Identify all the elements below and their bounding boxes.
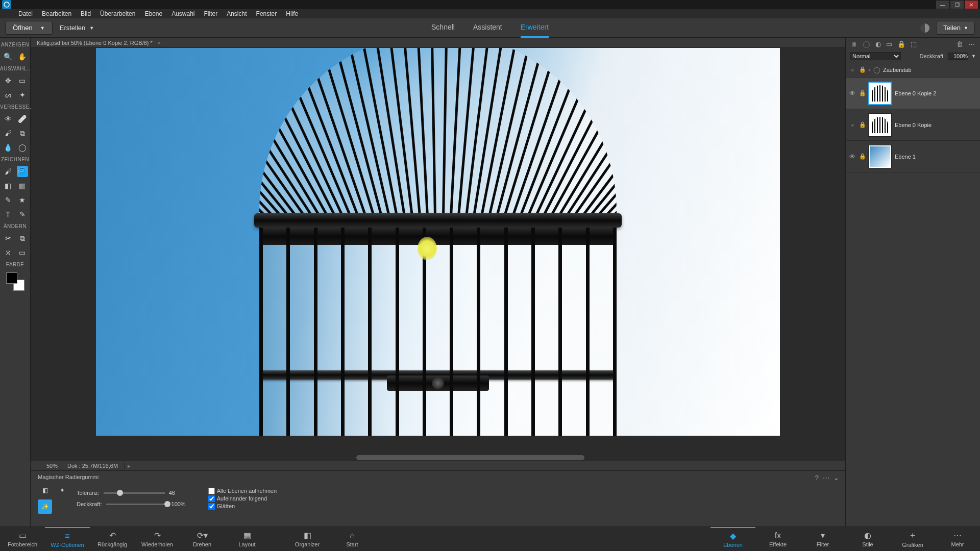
tool-marquee[interactable]: ▭ — [17, 75, 28, 86]
menu-filter[interactable]: Filter — [204, 10, 218, 17]
tool-smart-brush[interactable]: 🖌 — [3, 128, 14, 139]
lock-icon[interactable]: 🔒 — [859, 66, 865, 73]
lock-icon[interactable]: 🔒 — [859, 90, 865, 96]
tool-straighten[interactable]: ⤮ — [3, 247, 14, 258]
layer-group-icon[interactable]: ◯ — [863, 40, 870, 48]
menu-ansicht[interactable]: Ansicht — [227, 10, 247, 17]
visibility-toggle[interactable]: 👁 — [849, 153, 856, 160]
tool-move[interactable]: ✥ — [3, 75, 14, 86]
eraser-mode-magic[interactable]: ✨ — [38, 499, 52, 514]
layer-thumbnail[interactable] — [868, 113, 892, 137]
layer-row-zauberstab[interactable]: ● 🔒 › ◯ Zauberstab — [846, 62, 980, 78]
lock-icon[interactable]: 🔒 — [859, 121, 865, 128]
foreground-color[interactable] — [6, 272, 17, 284]
bb-rotate[interactable]: ⟳▾Drehen — [180, 527, 225, 552]
tool-recompose[interactable]: ⧉ — [17, 233, 28, 244]
check-antialias-box[interactable] — [208, 503, 215, 510]
layer-row-kopie[interactable]: ● 🔒 Ebene 0 Kopie — [846, 109, 980, 141]
tab-erweitert[interactable]: Erweitert — [521, 18, 549, 38]
lock-icon[interactable]: 🔒 — [859, 153, 865, 160]
bb-start[interactable]: ⌂Start — [330, 527, 375, 552]
lock-layer-icon[interactable]: 🔒 — [897, 40, 905, 48]
bb-wz-optionen[interactable]: ≡WZ-Optionen — [45, 527, 90, 552]
window-close[interactable]: ✕ — [965, 1, 978, 9]
tool-crop[interactable]: ✂ — [3, 233, 14, 244]
tool-shape[interactable]: ★ — [17, 194, 28, 206]
tool-color-picker[interactable]: ✎ — [17, 209, 28, 220]
zoom-level[interactable]: 50% — [31, 463, 61, 469]
adjustment-layer-icon[interactable]: ◐ — [875, 40, 881, 48]
tool-redeye[interactable]: 👁 — [3, 113, 14, 124]
eraser-mode-background[interactable]: ✦ — [55, 483, 69, 497]
tool-magic-wand[interactable]: ✦ — [17, 89, 28, 101]
menu-ueberarbeiten[interactable]: Überarbeiten — [100, 10, 135, 17]
canvas[interactable] — [96, 48, 780, 436]
layer-row-ebene1[interactable]: 👁 🔒 Ebene 1 — [846, 141, 980, 172]
tool-zoom[interactable]: 🔍 — [3, 51, 14, 62]
layer-thumbnail[interactable] — [868, 145, 892, 168]
check-all-layers[interactable]: Alle Ebenen aufnehmen — [208, 488, 277, 494]
bb-stile[interactable]: ◐Stile — [845, 527, 890, 552]
tool-paint-bucket[interactable]: 🪣 — [17, 166, 28, 177]
panel-more-icon[interactable]: ⋯ — [968, 40, 975, 48]
tool-content-move[interactable]: ▭ — [17, 247, 28, 258]
tool-hand[interactable]: ✋ — [17, 51, 28, 62]
visibility-toggle[interactable]: ● — [849, 66, 856, 73]
bb-fotobereich[interactable]: ▭Fotobereich — [0, 527, 45, 552]
document-tab[interactable]: Käfig.psd bei 50% (Ebene 0 Kopie 2, RGB/… — [31, 38, 845, 48]
tool-lasso[interactable]: ᔕ — [3, 89, 14, 101]
check-contiguous-box[interactable] — [208, 495, 215, 502]
tool-sponge[interactable]: ◯ — [17, 142, 28, 153]
tool-clone[interactable]: ⧉ — [17, 128, 28, 139]
link-layers-icon[interactable]: ⬚ — [911, 40, 917, 48]
horizontal-scrollbar[interactable] — [31, 454, 845, 461]
delete-layer-icon[interactable]: 🗑 — [957, 40, 963, 48]
layer-mask-icon[interactable]: ▭ — [886, 40, 892, 48]
bb-mehr[interactable]: ⋯Mehr — [935, 527, 980, 552]
menu-ebene[interactable]: Ebene — [144, 10, 162, 17]
status-expand-icon[interactable]: ▸ — [125, 463, 134, 469]
bb-organizer[interactable]: ◧Organizer — [285, 527, 330, 552]
color-swatch[interactable] — [6, 272, 24, 291]
bb-filter[interactable]: ▾Filter — [800, 527, 845, 552]
tool-brush[interactable]: 🖌 — [3, 166, 14, 177]
tolerance-slider[interactable] — [104, 492, 165, 494]
tab-assistent[interactable]: Assistent — [473, 18, 502, 38]
open-button[interactable]: Öffnen ▼ — [5, 21, 53, 35]
share-button[interactable]: Teilen ▼ — [937, 21, 975, 35]
bb-effekte[interactable]: fxEffekte — [755, 527, 800, 552]
tool-pencil[interactable]: ✎ — [3, 194, 14, 206]
bb-undo[interactable]: ↶Rückgängig — [90, 527, 135, 552]
check-antialias[interactable]: Glätten — [208, 503, 277, 510]
menu-bearbeiten[interactable]: Bearbeiten — [42, 10, 71, 17]
tool-gradient[interactable]: ▦ — [17, 180, 28, 191]
menu-hilfe[interactable]: Hilfe — [286, 10, 298, 17]
canvas-area[interactable] — [31, 48, 845, 454]
help-icon[interactable]: ? — [815, 474, 819, 482]
menu-auswahl[interactable]: Auswahl — [172, 10, 194, 17]
blend-mode-select[interactable]: Normal — [850, 52, 901, 60]
bb-redo[interactable]: ↷Wiederholen — [135, 527, 180, 552]
layer-thumbnail[interactable] — [868, 82, 892, 105]
menu-fenster[interactable]: Fenster — [256, 10, 277, 17]
menu-bild[interactable]: Bild — [81, 10, 91, 17]
tab-schnell[interactable]: Schnell — [431, 18, 455, 38]
new-layer-icon[interactable]: 🗎 — [851, 40, 857, 48]
opacity-dropdown-icon[interactable]: ▼ — [971, 54, 976, 59]
open-dropdown-icon[interactable]: ▼ — [36, 26, 45, 31]
eraser-mode-normal[interactable]: ◧ — [38, 483, 52, 497]
theme-toggle-icon[interactable] — [920, 23, 929, 33]
tool-eraser[interactable]: ◧ — [3, 180, 14, 191]
expand-icon[interactable]: › — [868, 66, 870, 73]
tool-blur[interactable]: 💧 — [3, 142, 14, 153]
window-minimize[interactable]: — — [936, 1, 949, 9]
menu-datei[interactable]: Datei — [18, 10, 33, 17]
visibility-toggle[interactable]: 👁 — [849, 90, 856, 97]
window-maximize[interactable]: ❐ — [950, 1, 964, 9]
close-document-icon[interactable]: × — [158, 40, 161, 46]
tool-type[interactable]: T — [3, 209, 14, 220]
check-all-layers-box[interactable] — [208, 488, 215, 494]
bb-ebenen[interactable]: ◆Ebenen — [710, 527, 755, 552]
visibility-toggle[interactable]: ● — [849, 121, 856, 129]
layer-opacity-input[interactable] — [948, 53, 968, 60]
